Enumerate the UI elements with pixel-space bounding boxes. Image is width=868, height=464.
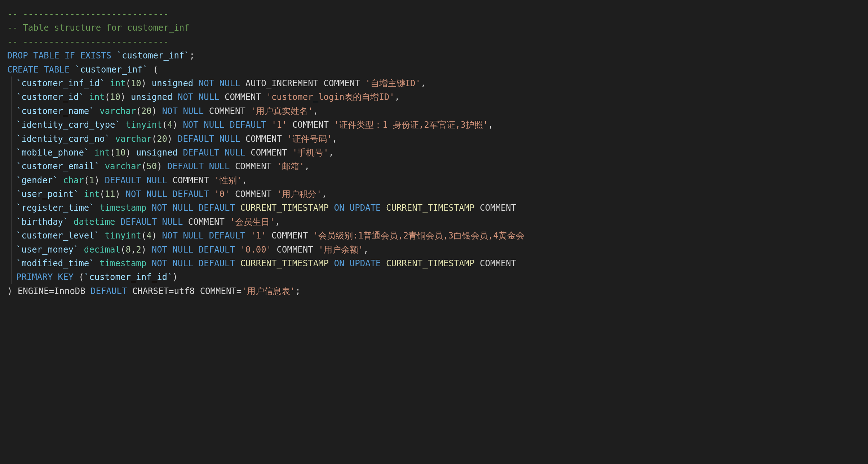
data-type: timestamp: [99, 258, 146, 268]
auto-increment: AUTO_INCREMENT: [245, 78, 318, 88]
comment-string: '邮箱': [277, 161, 305, 171]
comment-keyword: COMMENT: [251, 148, 287, 158]
keyword-default: DEFAULT: [178, 134, 214, 144]
code-line-1[interactable]: -- ----------------------------: [7, 7, 861, 21]
code-line-9[interactable]: `identity_card_type` tinyint(4) NOT NULL…: [11, 118, 861, 132]
keyword-on: ON: [334, 203, 344, 213]
data-type: int: [84, 189, 99, 199]
function-call: CURRENT_TIMESTAMP: [386, 203, 475, 213]
code-line-16[interactable]: `birthday` datetime DEFAULT NULL COMMENT…: [11, 215, 861, 229]
keyword-primary: PRIMARY: [16, 272, 53, 282]
column-name: `customer_inf_id`: [16, 78, 105, 88]
comment-keyword: COMMENT: [277, 245, 313, 255]
code-line-21[interactable]: ) ENGINE=InnoDB DEFAULT CHARSET=utf8 COM…: [7, 284, 861, 298]
keyword-default: DEFAULT: [167, 161, 204, 171]
keyword-null: NULL: [225, 148, 245, 158]
comment-keyword: COMMENT: [235, 189, 271, 199]
modifier: unsigned: [131, 92, 173, 102]
keyword-table: TABLE: [33, 51, 59, 61]
keyword-not: NOT: [152, 203, 167, 213]
keyword-update: UPDATE: [350, 203, 381, 213]
column-name: `register_time`: [16, 203, 94, 213]
comment-string: '证件类型：1 身份证,2军官证,3护照': [334, 120, 488, 130]
code-line-12[interactable]: `customer_email` varchar(50) DEFAULT NUL…: [11, 159, 861, 173]
code-line-5[interactable]: CREATE TABLE `customer_inf` (: [7, 63, 861, 76]
data-type: varchar: [99, 106, 136, 116]
keyword-default: DEFAULT: [209, 231, 245, 241]
comment-keyword: COMMENT: [324, 78, 360, 88]
keyword-null: NULL: [209, 161, 230, 171]
keyword-default: DEFAULT: [105, 175, 141, 185]
code-line-6[interactable]: `customer_inf_id` int(10) unsigned NOT N…: [11, 76, 861, 90]
keyword-if: IF: [65, 51, 75, 61]
code-line-3[interactable]: -- ----------------------------: [7, 35, 861, 49]
comment-string: '会员级别:1普通会员,2青铜会员,3白银会员,4黄金会: [313, 231, 524, 241]
pk-column: `customer_inf_id`: [84, 272, 173, 282]
code-line-15[interactable]: `register_time` timestamp NOT NULL DEFAU…: [11, 201, 861, 215]
keyword-null: NULL: [173, 245, 194, 255]
keyword-drop: DROP: [7, 51, 28, 61]
data-type: tinyint: [125, 120, 162, 130]
code-line-10[interactable]: `identity_card_no` varchar(20) DEFAULT N…: [11, 132, 861, 146]
default-value: '1': [271, 120, 287, 130]
comment-keyword: COMMENT: [480, 258, 516, 268]
code-line-7[interactable]: `customer_id` int(10) unsigned NOT NULL …: [11, 90, 861, 104]
keyword-null: NULL: [183, 231, 204, 241]
keyword-not: NOT: [178, 92, 193, 102]
keyword-null: NULL: [146, 189, 167, 199]
comment-string: '会员生日': [230, 217, 275, 227]
comment-keyword: COMMENT: [188, 217, 225, 227]
column-name: `customer_name`: [16, 106, 94, 116]
comment-keyword: COMMENT: [292, 120, 329, 130]
number: 10: [115, 148, 126, 158]
data-type: datetime: [74, 217, 115, 227]
keyword-default: DEFAULT: [199, 245, 235, 255]
keyword-default: DEFAULT: [173, 189, 209, 199]
number: 20: [141, 106, 152, 116]
code-line-8[interactable]: `customer_name` varchar(20) NOT NULL COM…: [11, 104, 861, 118]
comment-keyword: COMMENT: [200, 286, 236, 296]
column-name: `user_money`: [16, 245, 79, 255]
code-line-19[interactable]: `modified_time` timestamp NOT NULL DEFAU…: [11, 257, 861, 270]
comment-string: '用户余额': [318, 245, 363, 255]
number: 8: [125, 245, 130, 255]
code-editor[interactable]: -- ------------------------------ Table …: [7, 7, 861, 298]
default-value: '1': [251, 231, 266, 241]
code-line-2[interactable]: -- Table structure for customer_inf: [7, 21, 861, 35]
keyword-create: CREATE: [7, 65, 39, 75]
code-line-20[interactable]: PRIMARY KEY (`customer_inf_id`): [11, 270, 861, 284]
column-name: `user_point`: [16, 189, 79, 199]
keyword-key: KEY: [58, 272, 74, 282]
number: 11: [105, 189, 115, 199]
comment: -- ----------------------------: [7, 37, 169, 47]
data-type: tinyint: [105, 231, 141, 241]
code-line-17[interactable]: `customer_level` tinyint(4) NOT NULL DEF…: [11, 229, 861, 242]
column-name: `mobile_phone`: [16, 148, 89, 158]
comment-keyword: COMMENT: [245, 134, 282, 144]
keyword-update: UPDATE: [350, 258, 381, 268]
code-line-11[interactable]: `mobile_phone` int(10) unsigned DEFAULT …: [11, 146, 861, 159]
code-line-18[interactable]: `user_money` decimal(8,2) NOT NULL DEFAU…: [11, 243, 861, 257]
code-line-13[interactable]: `gender` char(1) DEFAULT NULL COMMENT '性…: [11, 174, 861, 187]
comment: -- Table structure for customer_inf: [7, 23, 190, 33]
number: 20: [157, 134, 167, 144]
column-name: `customer_email`: [16, 161, 99, 171]
keyword-on: ON: [334, 258, 344, 268]
function-call: CURRENT_TIMESTAMP: [240, 203, 329, 213]
comment-keyword: COMMENT: [209, 106, 245, 116]
comment-string: '手机号': [292, 148, 329, 158]
keyword-null: NULL: [173, 203, 194, 213]
data-type: varchar: [105, 161, 141, 171]
comment: -- ----------------------------: [7, 9, 169, 19]
column-name: `modified_time`: [16, 258, 94, 268]
comment-keyword: COMMENT: [173, 175, 209, 185]
code-line-4[interactable]: DROP TABLE IF EXISTS `customer_inf`;: [7, 49, 861, 62]
data-type: timestamp: [99, 203, 146, 213]
comment-keyword: COMMENT: [225, 92, 261, 102]
number: 4: [167, 120, 172, 130]
keyword-not: NOT: [125, 189, 141, 199]
comment-keyword: COMMENT: [235, 161, 271, 171]
data-type: int: [110, 78, 125, 88]
code-line-14[interactable]: `user_point` int(11) NOT NULL DEFAULT '0…: [11, 187, 861, 201]
number: 4: [146, 231, 151, 241]
